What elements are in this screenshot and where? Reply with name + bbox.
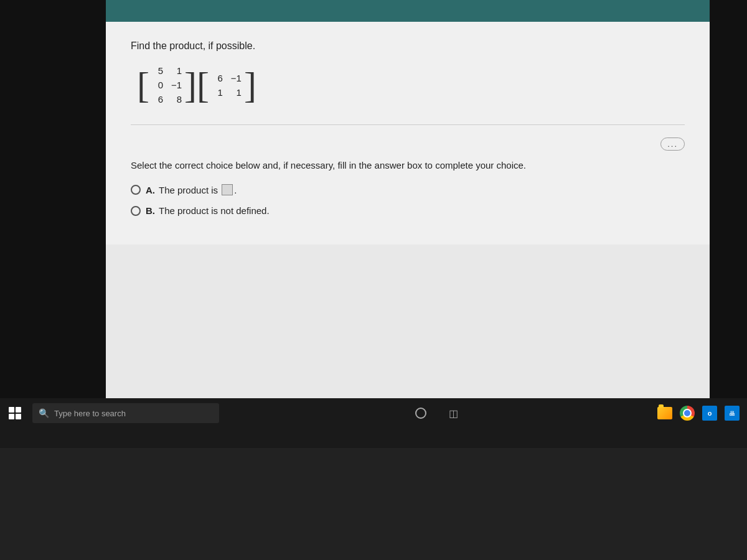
- option-a-row: A. The product is .: [131, 184, 685, 195]
- file-explorer-icon: [657, 407, 672, 419]
- start-button[interactable]: [0, 398, 30, 428]
- cell-a-11: −1: [171, 78, 182, 91]
- cell-b-00: 6: [212, 72, 223, 85]
- bracket-right-a: [182, 67, 197, 104]
- windows-quad-1: [9, 407, 14, 413]
- taskbar-tray: o 🖶: [655, 403, 747, 423]
- windows-quad-4: [16, 414, 21, 419]
- matrix-b: 6 −1 1 1: [212, 72, 242, 99]
- chrome-icon: [680, 406, 695, 421]
- remote-desktop-icon: 🖶: [725, 406, 740, 421]
- option-b-row: B. The product is not defined.: [131, 205, 685, 216]
- cell-a-01: 1: [171, 64, 182, 77]
- windows-icon: [9, 407, 21, 419]
- cell-b-11: 1: [230, 86, 242, 99]
- cell-a-00: 5: [152, 64, 163, 77]
- section-divider: [131, 124, 685, 125]
- option-b-radio[interactable]: [131, 206, 141, 216]
- option-a-text: The product is: [159, 185, 218, 195]
- dark-right-panel: [710, 0, 747, 411]
- option-a-radio[interactable]: [131, 185, 141, 195]
- more-options-button[interactable]: ...: [660, 138, 685, 151]
- answer-input-box[interactable]: [222, 184, 233, 195]
- cortana-button[interactable]: [407, 399, 435, 427]
- search-placeholder-text: Type here to search: [54, 409, 126, 418]
- bracket-left-a: 5 1 0 −1 6 8: [137, 64, 182, 106]
- taskbar: 🔍 Type here to search ◫ o 🖶: [0, 398, 747, 428]
- chrome-button[interactable]: [677, 403, 697, 423]
- option-a-label: A.: [146, 185, 155, 195]
- windows-quad-3: [9, 414, 14, 419]
- content-body: Find the product, if possible. 5 1 0 −1 …: [106, 22, 710, 245]
- matrix-b-wrapper: 6 −1 1 1: [197, 67, 256, 104]
- option-a-suffix: .: [234, 185, 237, 195]
- problem-title: Find the product, if possible.: [131, 40, 685, 52]
- more-button-area: ...: [131, 138, 685, 151]
- cell-a-10: 0: [152, 78, 163, 91]
- window-header-bar: [106, 0, 710, 22]
- task-view-button[interactable]: ◫: [439, 399, 467, 427]
- windows-quad-2: [16, 407, 21, 413]
- task-view-icon: ◫: [449, 408, 458, 419]
- dark-left-panel: [0, 0, 106, 411]
- option-b-label: B.: [146, 205, 155, 216]
- cell-b-10: 1: [212, 86, 223, 99]
- instruction-text: Select the correct choice below and, if …: [131, 160, 685, 170]
- taskbar-middle-area: ◫: [219, 399, 655, 427]
- outlook-button[interactable]: o: [700, 403, 720, 423]
- cell-b-01: −1: [230, 72, 242, 85]
- main-content-window: Find the product, if possible. 5 1 0 −1 …: [106, 0, 710, 398]
- cell-a-20: 6: [152, 93, 163, 106]
- taskbar-search-bar[interactable]: 🔍 Type here to search: [32, 403, 219, 423]
- matrix-container: 5 1 0 −1 6 8 6 −1 1 1: [137, 64, 685, 106]
- matrix-a-wrapper: 5 1 0 −1 6 8: [137, 64, 197, 106]
- search-icon: 🔍: [39, 408, 49, 418]
- outlook-icon: o: [702, 406, 717, 421]
- remote-desktop-button[interactable]: 🖶: [722, 403, 742, 423]
- bracket-left-b: 6 −1 1 1: [197, 67, 242, 104]
- bracket-right-b: [242, 67, 256, 104]
- option-b-text: The product is not defined.: [159, 205, 270, 216]
- cortana-icon: [415, 408, 426, 419]
- keyboard-area: [0, 448, 747, 560]
- file-explorer-button[interactable]: [655, 403, 675, 423]
- matrix-a: 5 1 0 −1 6 8: [152, 64, 182, 106]
- cell-a-21: 8: [171, 93, 182, 106]
